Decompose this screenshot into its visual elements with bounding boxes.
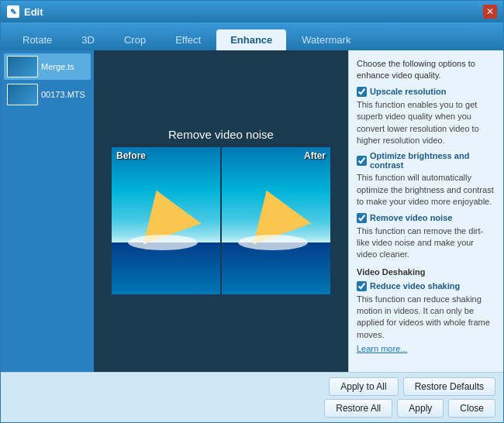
file-thumb-merge (7, 56, 38, 77)
checkbox-shaking-row: Reduce video shaking (357, 281, 495, 291)
checkbox-brightness-row: Optimize brightness and contrast (357, 151, 495, 170)
tab-3d[interactable]: 3D (67, 29, 109, 50)
right-panel: Choose the following options to enhance … (348, 50, 503, 372)
apply-button[interactable]: Apply (397, 399, 444, 418)
tab-rotate[interactable]: Rotate (9, 29, 66, 50)
preview-after: After (222, 147, 330, 294)
bottom-bar-bottom: Restore All Apply Close (9, 399, 495, 418)
tab-watermark[interactable]: Watermark (288, 29, 364, 50)
preview-images: Before After (102, 147, 340, 294)
checkbox-upscale[interactable] (357, 87, 367, 97)
desc-upscale: This function enables you to get superb … (357, 99, 495, 147)
nav-tabs: Rotate 3D Crop Effect Enhance Watermark (1, 22, 503, 50)
label-upscale: Upscale resolution (370, 87, 446, 96)
main-preview: Remove video noise Before After (94, 50, 348, 372)
label-shaking: Reduce video shaking (370, 281, 460, 291)
checkbox-noise[interactable] (357, 213, 367, 223)
apply-to-all-button[interactable]: Apply to All (329, 377, 398, 396)
deshaking-title: Video Deshaking (357, 267, 495, 277)
surf-image-before (112, 147, 220, 294)
label-noise: Remove video noise (370, 213, 452, 222)
label-after: After (304, 150, 326, 161)
content-area: Merge.ts 00173.MTS Remove video noise Be… (1, 50, 503, 372)
window-icon: ✎ (7, 5, 19, 18)
desc-brightness: This function will automatically optimiz… (357, 172, 495, 208)
close-button[interactable]: Close (448, 399, 495, 418)
title-bar-left: ✎ Edit (7, 5, 43, 18)
tab-enhance[interactable]: Enhance (216, 29, 286, 50)
restore-defaults-button[interactable]: Restore Defaults (403, 377, 495, 396)
tab-effect[interactable]: Effect (161, 29, 215, 50)
checkbox-upscale-row: Upscale resolution (357, 87, 495, 97)
left-panel: Merge.ts 00173.MTS (1, 50, 94, 372)
close-window-button[interactable]: ✕ (483, 5, 497, 19)
learn-more-link[interactable]: Learn more... (357, 344, 407, 353)
desc-shaking: This function can reduce shaking motion … (357, 294, 495, 342)
file-thumb-mts (7, 84, 38, 105)
file-item-mts[interactable]: 00173.MTS (4, 81, 91, 108)
intro-text: Choose the following options to enhance … (357, 58, 495, 82)
tab-crop[interactable]: Crop (110, 29, 160, 50)
preview-before: Before (112, 147, 220, 294)
checkbox-noise-row: Remove video noise (357, 213, 495, 223)
window-title: Edit (24, 6, 43, 18)
label-before: Before (116, 150, 146, 161)
restore-all-button[interactable]: Restore All (324, 399, 392, 418)
bottom-bar: Apply to All Restore Defaults Restore Al… (1, 372, 503, 422)
preview-title: Remove video noise (168, 128, 274, 141)
bottom-bar-top: Apply to All Restore Defaults (9, 377, 495, 396)
surf-image-after (222, 147, 330, 294)
desc-noise: This function can remove the dirt-like v… (357, 225, 495, 261)
checkbox-shaking[interactable] (357, 281, 367, 291)
file-item-merge[interactable]: Merge.ts (4, 53, 91, 80)
file-name-merge: Merge.ts (41, 62, 74, 71)
checkbox-brightness[interactable] (357, 156, 367, 166)
file-name-mts: 00173.MTS (41, 90, 85, 99)
edit-window: ✎ Edit ✕ Rotate 3D Crop Effect Enhance W… (0, 0, 504, 423)
label-brightness: Optimize brightness and contrast (370, 151, 495, 170)
title-bar: ✎ Edit ✕ (1, 1, 503, 22)
